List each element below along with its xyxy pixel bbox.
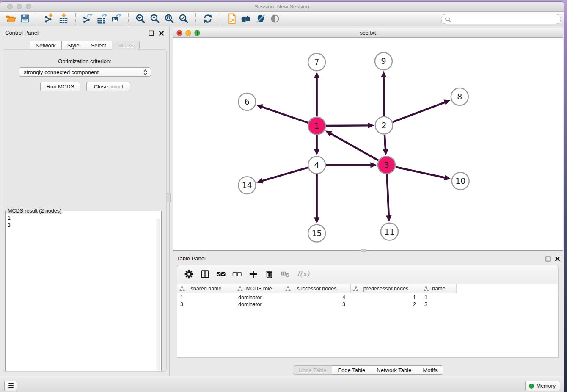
run-mcds-button[interactable]: Run MCDS (40, 82, 80, 91)
table-settings-button[interactable] (182, 267, 195, 282)
node-10[interactable]: 10 (452, 172, 469, 190)
open-session-button[interactable] (3, 13, 18, 25)
export-table-button[interactable] (95, 13, 109, 25)
node-1[interactable]: 1 (308, 117, 325, 135)
search-field[interactable] (441, 14, 561, 24)
unselect-all-columns-button[interactable] (231, 267, 243, 282)
cell-predecessor-nodes[interactable]: 1 (351, 294, 421, 301)
edge-1-4[interactable] (314, 135, 320, 155)
node-2[interactable]: 2 (375, 117, 393, 134)
node-11[interactable]: 11 (381, 223, 398, 240)
window-minimize-button[interactable] (17, 4, 22, 9)
control-panel-close-button[interactable] (159, 30, 164, 38)
window-titlebar[interactable]: Session: New Session (0, 2, 564, 12)
window-close-button[interactable] (7, 4, 13, 9)
save-session-button[interactable] (18, 13, 32, 25)
reset-view-button[interactable] (239, 13, 253, 25)
edge-4-14[interactable] (256, 168, 308, 184)
network-canvas[interactable]: 7968124314101511 (173, 38, 563, 250)
node-4[interactable]: 4 (308, 156, 325, 174)
frame-minimize-button[interactable] (185, 30, 191, 38)
svg-text:3: 3 (384, 160, 389, 169)
table-panel-float-button[interactable] (545, 256, 551, 263)
table-tab-edge-table[interactable]: Edge Table (332, 365, 371, 375)
edge-4-15[interactable] (314, 174, 320, 224)
control-panel-tab-style[interactable]: Style (61, 41, 85, 50)
criterion-select[interactable]: strongly connected component (19, 67, 151, 77)
column-header-shared-name[interactable]: shared name (177, 284, 235, 293)
edge-3-11[interactable] (386, 174, 392, 222)
toolbar-separator (220, 13, 220, 25)
node-8[interactable]: 8 (451, 88, 468, 105)
edge-2-8[interactable] (393, 100, 451, 122)
edge-2-9[interactable] (381, 71, 386, 116)
edge-2-3[interactable] (383, 135, 388, 155)
edge-1-2[interactable] (326, 123, 374, 129)
control-panel-tab-select[interactable]: Select (85, 41, 112, 50)
delete-icon (264, 269, 274, 280)
table-row[interactable]: 3dominator323 (177, 301, 558, 308)
column-header-name[interactable]: name (421, 284, 457, 293)
control-panel-title: Control Panel (5, 30, 39, 36)
network-frame-titlebar[interactable]: scc.txt (173, 28, 563, 38)
cell-shared-name[interactable]: 3 (177, 301, 235, 308)
frame-close-button[interactable] (176, 30, 182, 38)
import-network-button[interactable] (42, 13, 56, 25)
node-6[interactable]: 6 (238, 93, 256, 110)
refresh-icon (203, 14, 213, 25)
import-table-button[interactable] (56, 13, 71, 25)
control-panel-tab-mcds[interactable]: MCDS (112, 41, 140, 50)
zoom-fit-button[interactable] (162, 13, 176, 25)
memory-button[interactable]: Memory (525, 381, 560, 391)
ui-settings-button[interactable] (4, 381, 17, 391)
select-all-columns-button[interactable] (215, 267, 227, 282)
export-network-button[interactable] (80, 13, 95, 25)
table-tab-node-table[interactable]: Node Table (293, 365, 333, 375)
panel-splitter-handle[interactable] (167, 193, 171, 202)
table-tab-network-table[interactable]: Network Table (371, 365, 417, 375)
column-header-MCDS-role[interactable]: MCDS role (235, 284, 283, 293)
zoom-in-button[interactable] (133, 13, 148, 25)
window-zoom-button[interactable] (26, 4, 31, 9)
export-image-button[interactable] (109, 13, 124, 25)
hide-graphics-details-button[interactable] (253, 13, 268, 25)
edge-3-10[interactable] (396, 167, 451, 180)
node-3[interactable]: 3 (378, 156, 395, 174)
edge-1-7[interactable] (314, 72, 320, 117)
toggle-graphics-details-button[interactable] (268, 13, 282, 25)
edge-4-3[interactable] (326, 162, 377, 168)
control-panel-float-button[interactable] (149, 30, 154, 38)
search-input[interactable] (452, 15, 558, 23)
cell-predecessor-nodes[interactable]: 2 (351, 301, 421, 308)
frame-maximize-button[interactable] (194, 30, 200, 38)
table-tab-motifs[interactable]: Motifs (417, 365, 443, 375)
column-header-predecessor-nodes[interactable]: predecessor nodes (351, 284, 421, 293)
close-panel-button[interactable]: Close panel (86, 82, 130, 91)
column-header-successor-nodes[interactable]: successor nodes (283, 284, 351, 293)
delete-columns-button[interactable] (263, 267, 275, 282)
zoom-selected-button[interactable] (176, 13, 191, 25)
edge-1-6[interactable] (256, 104, 308, 123)
table-row[interactable]: 1dominator411 (177, 294, 558, 301)
cell-name[interactable]: 1 (421, 294, 457, 301)
network-from-selection-button[interactable] (225, 13, 239, 25)
show-column-panel-button[interactable] (198, 267, 211, 282)
cell-successor-nodes[interactable]: 4 (283, 294, 351, 301)
node-9[interactable]: 9 (375, 52, 392, 70)
edge-3-1[interactable] (325, 130, 379, 160)
create-new-column-button[interactable] (247, 267, 259, 282)
apply-layout-button[interactable] (201, 13, 215, 25)
cell-name[interactable]: 3 (421, 301, 457, 308)
node-14[interactable]: 14 (238, 177, 256, 194)
cell-shared-name[interactable]: 1 (177, 294, 235, 301)
node-7[interactable]: 7 (308, 53, 325, 71)
control-panel-tab-network[interactable]: Network (30, 41, 62, 50)
result-scrollbar[interactable] (156, 219, 160, 370)
cell-successor-nodes[interactable]: 3 (283, 301, 351, 308)
frame-resize-handle[interactable] (361, 249, 366, 252)
node-15[interactable]: 15 (308, 225, 325, 242)
cell-MCDS-role[interactable]: dominator (235, 301, 283, 308)
table-panel-close-button[interactable] (555, 256, 560, 263)
zoom-out-button[interactable] (148, 13, 162, 25)
cell-MCDS-role[interactable]: dominator (235, 294, 283, 301)
